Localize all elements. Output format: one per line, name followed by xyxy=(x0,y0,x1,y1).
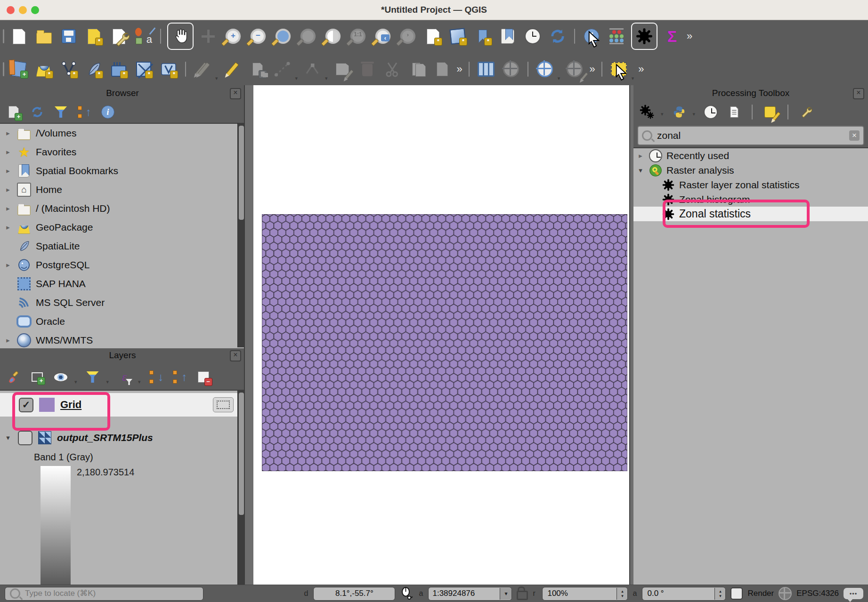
toolbar-overflow-button[interactable]: » xyxy=(589,63,595,75)
refresh-map-button[interactable] xyxy=(547,26,568,47)
magnifier-spinner[interactable]: ▴▾ xyxy=(617,588,627,600)
dropdown-arrow-icon[interactable]: ▾ xyxy=(325,75,328,85)
show-statistics-button[interactable]: Σ xyxy=(662,26,682,47)
browser-add-layers-button[interactable]: + xyxy=(6,104,22,120)
messages-button[interactable]: ••• xyxy=(844,588,863,599)
modify-attributes-button[interactable] xyxy=(332,59,353,80)
browser-filter-button[interactable] xyxy=(53,104,69,120)
add-group-button[interactable]: + xyxy=(29,369,45,385)
expand-all-button[interactable]: ↓ xyxy=(148,369,164,385)
locator-field[interactable] xyxy=(5,587,203,601)
srtm-visibility-checkbox[interactable] xyxy=(18,431,32,445)
alg-raster-layer-zonal-statistics[interactable]: Raster layer zonal statistics xyxy=(633,177,868,192)
layer-row-grid[interactable]: ✓ Grid xyxy=(0,393,245,417)
processing-close-button[interactable]: × xyxy=(853,88,864,99)
show-spatial-bookmarks-button[interactable] xyxy=(497,26,518,47)
delete-selected-button[interactable] xyxy=(357,59,378,80)
dropdown-arrow-icon[interactable]: ▾ xyxy=(693,111,696,121)
rotation-spinner[interactable]: ▴▾ xyxy=(714,588,725,600)
style-manager-button[interactable]: a xyxy=(133,26,154,47)
temporal-controller-button[interactable] xyxy=(522,26,543,47)
spin-up-icon[interactable]: ▴ xyxy=(719,589,722,594)
paste-features-button[interactable] xyxy=(432,59,453,80)
expander-icon[interactable]: ▸ xyxy=(4,261,12,269)
magnifier-spinbox[interactable]: 100% ▴▾ xyxy=(542,587,628,601)
toggle-editing-button[interactable] xyxy=(222,59,243,80)
scale-dropdown-button[interactable]: ▾ xyxy=(500,588,511,600)
expander-icon[interactable]: ▸ xyxy=(4,185,12,194)
remove-layer-button[interactable]: − xyxy=(195,369,211,385)
browser-item-ms-sql-server[interactable]: MS SQL Server xyxy=(0,293,245,312)
zoom-to-selection-button[interactable] xyxy=(298,26,318,47)
browser-item-geopackage[interactable]: ▸GeoPackage xyxy=(0,218,245,237)
browser-item-macintosh-hd[interactable]: ▸/ (Macintosh HD) xyxy=(0,199,245,218)
new-mesh-layer-button[interactable]: * xyxy=(108,59,129,80)
processing-toolbox-toggle-button[interactable] xyxy=(631,23,657,50)
zoom-next-button[interactable]: › xyxy=(397,26,418,47)
zoom-native-resolution-button[interactable]: 1:1 xyxy=(348,26,368,47)
layer-styling-button[interactable] xyxy=(6,369,22,385)
cut-features-button[interactable] xyxy=(382,59,403,80)
open-project-button[interactable] xyxy=(33,26,54,47)
expander-icon[interactable]: ▸ xyxy=(4,204,12,213)
spin-down-icon[interactable]: ▾ xyxy=(621,594,624,598)
add-feature-button[interactable] xyxy=(272,59,293,80)
alg-zonal-histogram[interactable]: Zonal histogram xyxy=(633,192,868,207)
expander-icon[interactable]: ▸ xyxy=(636,152,645,160)
vertex-tool-button[interactable] xyxy=(302,59,323,80)
dropdown-arrow-icon[interactable]: ▾ xyxy=(295,75,298,85)
rotate-feature-button[interactable] xyxy=(564,59,585,80)
new-virtual-layer-button[interactable]: * xyxy=(133,59,154,80)
browser-item-home[interactable]: ▸⌂Home xyxy=(0,180,245,199)
filter-by-expression-button[interactable]: ε xyxy=(116,369,132,385)
results-viewer-button[interactable] xyxy=(726,104,742,120)
dropdown-arrow-icon[interactable]: ▾ xyxy=(106,379,109,389)
pan-to-selection-button[interactable] xyxy=(198,26,219,47)
select-features-button[interactable] xyxy=(608,59,629,80)
new-3d-map-view-button[interactable]: * xyxy=(447,26,468,47)
zoom-to-feature-button[interactable] xyxy=(535,59,555,80)
open-data-source-manager-button[interactable]: + xyxy=(8,59,29,80)
zoom-full-button[interactable] xyxy=(273,26,293,47)
browser-item-spatial-bookmarks[interactable]: ▸Spatial Bookmarks xyxy=(0,161,245,180)
new-project-button[interactable] xyxy=(8,26,29,47)
expander-icon[interactable]: ▸ xyxy=(4,167,12,175)
toolbar-grip[interactable] xyxy=(3,62,4,76)
dropdown-arrow-icon[interactable]: ▾ xyxy=(215,75,218,85)
browser-item-spatialite[interactable]: SpatiaLite xyxy=(0,237,245,256)
scripts-button[interactable] xyxy=(671,104,687,120)
expander-icon[interactable]: ▸ xyxy=(4,336,12,345)
browser-item-postgresql[interactable]: ▸PostgreSQL xyxy=(0,256,245,274)
clear-search-button[interactable]: × xyxy=(849,130,860,141)
mouse-extents-icon[interactable] xyxy=(400,586,414,601)
processing-recently-used[interactable]: ▸ Recently used xyxy=(633,148,868,163)
browser-item-wms-wmts[interactable]: ▸WMS/WMTS xyxy=(0,331,245,348)
browser-refresh-button[interactable] xyxy=(29,104,45,120)
new-print-layout-button[interactable]: * xyxy=(83,26,104,47)
models-button[interactable] xyxy=(639,104,655,120)
scale-combo[interactable]: 1:38924876 ▾ xyxy=(428,587,512,601)
new-map-view-button[interactable]: * xyxy=(422,26,443,47)
processing-raster-analysis[interactable]: ▾ Raster analysis xyxy=(633,163,868,177)
browser-item-oracle[interactable]: Oracle xyxy=(0,312,245,331)
toolbar-grip[interactable] xyxy=(3,29,4,43)
alg-zonal-statistics[interactable]: Zonal statistics xyxy=(633,207,868,221)
zoom-to-layer-button[interactable] xyxy=(323,26,343,47)
dropdown-arrow-icon[interactable]: ▾ xyxy=(138,379,141,389)
new-spatial-bookmark-button[interactable]: * xyxy=(472,26,493,47)
rotation-spinbox[interactable]: 0.0 ° ▴▾ xyxy=(642,587,726,601)
crs-value[interactable]: EPSG:4326 xyxy=(796,589,839,598)
expander-icon[interactable]: ▸ xyxy=(4,223,12,232)
layers-scrollbar-handle[interactable] xyxy=(239,393,244,515)
new-gpx-layer-button[interactable]: * xyxy=(158,59,179,80)
processing-search-input[interactable] xyxy=(656,129,845,142)
dropdown-arrow-icon[interactable]: ▾ xyxy=(632,75,634,85)
browser-collapse-all-button[interactable]: ↑ xyxy=(76,104,92,120)
current-edits-button[interactable] xyxy=(192,59,213,80)
new-shapefile-layer-button[interactable]: * xyxy=(58,59,79,80)
expander-icon[interactable]: ▸ xyxy=(4,148,12,156)
manage-map-themes-button[interactable] xyxy=(53,369,69,385)
copy-features-button[interactable] xyxy=(407,59,428,80)
spin-down-icon[interactable]: ▾ xyxy=(719,594,722,598)
browser-scrollbar-handle[interactable] xyxy=(239,126,244,220)
